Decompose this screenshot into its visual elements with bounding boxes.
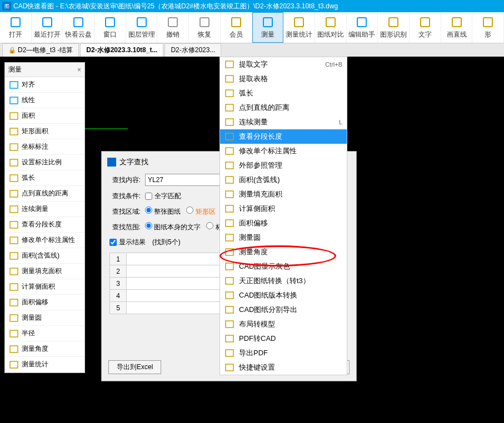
svg-rect-53 (226, 191, 233, 198)
svg-rect-46 (226, 90, 233, 97)
svg-rect-12 (389, 18, 398, 27)
result-row[interactable]: 4 (110, 290, 229, 302)
toolbar-icon (41, 16, 54, 29)
toolbar-会员[interactable]: 会员 (221, 12, 252, 43)
toolbar-窗口[interactable]: 窗口 (94, 12, 126, 43)
measure-item-测量统计[interactable]: 测量统计 (5, 357, 84, 372)
toolbar-图形识别[interactable]: 图形识别 (378, 12, 410, 43)
document-tab[interactable]: D2-水修2023... (164, 43, 221, 57)
lock-icon: 🔒 (8, 47, 16, 54)
measure-item-icon (9, 97, 18, 104)
scope-drawing-radio[interactable]: 图纸本身的文字 (145, 222, 201, 232)
menu-item-icon (224, 175, 234, 184)
toolbar-测量[interactable]: 测量 (252, 12, 284, 43)
toolbar-恢复[interactable]: 恢复 (189, 12, 221, 43)
measure-item-线性[interactable]: 线性 (5, 93, 84, 108)
toolbar-撤销[interactable]: 撤销 (157, 12, 189, 43)
menu-item-PDF转CAD[interactable]: PDF转CAD (220, 331, 347, 346)
measure-item-icon (9, 221, 18, 229)
toolbar-编辑助手[interactable]: 编辑助手 (347, 12, 378, 43)
menu-item-测量填充面积[interactable]: 测量填充面积 (220, 187, 347, 202)
result-row[interactable]: 5 (110, 302, 229, 314)
measure-item-矩形面积[interactable]: 矩形面积 (5, 124, 84, 139)
menu-item-测量圆[interactable]: 测量圆 (220, 230, 347, 245)
menu-item-天正图纸转换（转t3）[interactable]: 天正图纸转换（转t3） (220, 274, 347, 288)
toolbar-测量统计[interactable]: 测量统计 (283, 12, 315, 43)
svg-rect-55 (226, 220, 233, 226)
menu-item-icon (224, 320, 234, 329)
measure-item-对齐[interactable]: 对齐 (5, 77, 84, 93)
result-row[interactable]: 2 (110, 265, 229, 278)
svg-rect-51 (226, 162, 233, 169)
whole-word-checkbox[interactable]: 全字匹配 (145, 192, 181, 201)
area-whole-radio[interactable]: 整张图纸 (145, 207, 181, 216)
measure-item-查看分段长度[interactable]: 查看分段长度 (5, 217, 84, 233)
menu-item-连续测量[interactable]: 连续测量L (220, 115, 347, 129)
menu-item-点到直线的距离[interactable]: 点到直线的距离 (220, 100, 347, 115)
measure-item-面积[interactable]: 面积 (5, 108, 84, 124)
result-row[interactable]: 1 (110, 253, 229, 265)
toolbar-icon (135, 16, 148, 29)
measure-item-icon (9, 236, 18, 244)
menu-item-提取文字[interactable]: 提取文字Ctrl+B (220, 57, 347, 72)
area-rect-radio[interactable]: 矩形区 (186, 207, 215, 216)
toolbar-文字[interactable]: 文字 (410, 12, 441, 43)
cond-label: 查找条件: (107, 192, 141, 201)
menu-item-测量角度[interactable]: 测量角度 (220, 245, 347, 259)
measure-item-连续测量[interactable]: 连续测量 (5, 202, 84, 217)
toolbar-快看云盘[interactable]: 快看云盘 (63, 12, 94, 43)
menu-item-面积偏移[interactable]: 面积偏移 (220, 216, 347, 230)
result-row[interactable]: 3 (110, 278, 229, 290)
toolbar-图层管理[interactable]: 图层管理 (126, 12, 158, 43)
menu-item-面积(含弧线)[interactable]: 面积(含弧线) (220, 173, 347, 187)
document-tab[interactable]: 🔒D2—电修_t3 -结算 (2, 43, 79, 57)
measure-item-测量圆[interactable]: 测量圆 (5, 310, 84, 326)
menu-item-提取表格[interactable]: 提取表格 (220, 72, 347, 86)
svg-rect-56 (226, 234, 233, 241)
svg-rect-42 (10, 346, 18, 352)
menu-item-查看分段长度[interactable]: 查看分段长度 (220, 129, 347, 144)
svg-rect-5 (168, 18, 177, 27)
menu-item-CAD图纸分割导出[interactable]: CAD图纸分割导出 (220, 303, 347, 317)
document-tab[interactable]: D2-水修2023.3.10t8_t... (80, 43, 163, 57)
toolbar-图纸对比[interactable]: 图纸对比 (315, 12, 347, 43)
show-results-checkbox[interactable]: 显示结果 (109, 238, 146, 247)
menu-item-修改单个标注属性[interactable]: 修改单个标注属性 (220, 144, 347, 158)
measure-item-面积偏移[interactable]: 面积偏移 (5, 295, 84, 310)
menu-item-导出PDF[interactable]: 导出PDF (220, 346, 347, 360)
measure-item-半径[interactable]: 半径 (5, 326, 84, 341)
measure-item-点到直线的距离[interactable]: 点到直线的距离 (5, 186, 84, 202)
measure-item-icon (9, 205, 18, 213)
export-excel-button[interactable]: 导出到Excel (108, 360, 161, 374)
measure-item-测量填充面积[interactable]: 测量填充面积 (5, 264, 84, 279)
menu-item-计算侧面积[interactable]: 计算侧面积 (220, 202, 347, 216)
svg-rect-43 (10, 361, 18, 368)
measure-item-设置标注比例[interactable]: 设置标注比例 (5, 155, 84, 170)
menu-item-外部参照管理[interactable]: 外部参照管理 (220, 158, 347, 173)
measure-item-坐标标注[interactable]: 坐标标注 (5, 139, 84, 155)
menu-item-CAD图纸版本转换[interactable]: CAD图纸版本转换 (220, 288, 347, 303)
close-icon[interactable]: × (77, 66, 81, 74)
menu-item-弧长[interactable]: 弧长 (220, 86, 347, 100)
menu-item-icon (224, 118, 234, 127)
measure-item-计算侧面积[interactable]: 计算侧面积 (5, 279, 84, 295)
svg-rect-7 (232, 18, 241, 27)
toolbar-打开[interactable]: 打开 (0, 12, 32, 43)
svg-rect-41 (10, 330, 18, 337)
measure-item-面积(含弧线)[interactable]: 面积(含弧线) (5, 248, 84, 264)
measure-item-弧长[interactable]: 弧长 (5, 170, 84, 186)
svg-rect-14 (452, 18, 461, 27)
measure-item-icon (9, 330, 18, 338)
menu-item-icon (224, 334, 234, 343)
measure-item-测量角度[interactable]: 测量角度 (5, 341, 84, 357)
menu-item-CAD图显示灰色[interactable]: CAD图显示灰色 (220, 259, 347, 274)
toolbar-最近打开[interactable]: 最近打开 (32, 12, 63, 43)
toolbar-画直线[interactable]: 画直线 (441, 12, 473, 43)
toolbar-形[interactable]: 形 (472, 12, 504, 43)
menu-item-布局转模型[interactable]: 布局转模型 (220, 317, 347, 331)
measure-item-修改单个标注属性[interactable]: 修改单个标注属性 (5, 233, 84, 248)
svg-rect-11 (357, 18, 366, 27)
menu-item-快捷键设置[interactable]: 快捷键设置 (220, 360, 347, 375)
measure-item-icon (9, 143, 18, 151)
svg-rect-59 (226, 278, 233, 284)
